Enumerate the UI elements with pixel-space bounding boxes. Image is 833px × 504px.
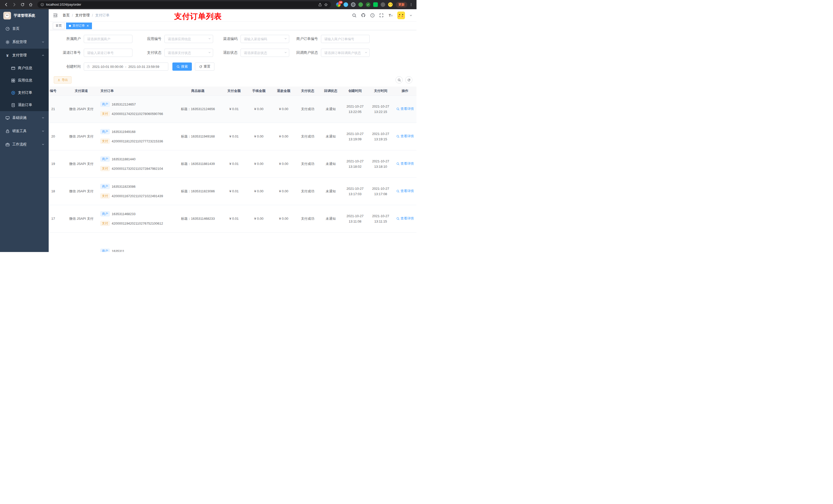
cell-create-time: 2021-10-2713:22:05 — [342, 95, 368, 123]
sidebar-item-dev-tools[interactable]: 研发工具 — [0, 124, 49, 138]
view-detail-link[interactable]: 查看详情 — [396, 161, 414, 166]
magnifier-icon — [396, 135, 400, 138]
date-start[interactable]: 2021-10-01 00:00:00 — [92, 65, 123, 69]
url-text[interactable]: localhost:1024/pay/order — [46, 3, 316, 6]
sidebar-item-payment[interactable]: ¥ 支付管理 — [0, 49, 49, 62]
cell-amount: ¥ 0.01 — [221, 177, 246, 205]
help-icon[interactable]: ? — [370, 13, 375, 18]
merchant-order-no-input[interactable] — [321, 35, 370, 43]
sidebar-item-label: 支付订单 — [18, 90, 32, 95]
cell-id — [49, 232, 65, 252]
cell-id: 21 — [49, 95, 65, 123]
reload-icon[interactable] — [19, 1, 26, 8]
search-button[interactable]: 搜索 — [172, 63, 192, 71]
sidebar-item-refund-order[interactable]: 退款订单 — [0, 99, 49, 111]
merchant-select[interactable] — [84, 35, 133, 43]
breadcrumb-section[interactable]: 支付管理 — [75, 13, 90, 18]
app-id-select[interactable] — [164, 35, 213, 43]
sidebar-item-workflow[interactable]: 工作流程 — [0, 138, 49, 151]
home-icon[interactable] — [27, 1, 34, 8]
export-button[interactable]: 导出 — [54, 76, 71, 83]
search-icon[interactable] — [352, 13, 357, 18]
sidebar-item-system[interactable]: 系统管理 — [0, 35, 49, 49]
pay-status-select[interactable] — [164, 49, 213, 57]
pay-tag: 支付 — [100, 139, 110, 144]
tags-view-bar: 首页 支付订单 — [49, 22, 416, 30]
active-dot — [69, 25, 71, 27]
view-detail-link[interactable]: 查看详情 — [396, 216, 414, 221]
tab-label: 首页 — [55, 24, 62, 28]
date-end[interactable]: 2021-10-31 23:59:59 — [128, 65, 159, 69]
toggle-search-icon[interactable] — [396, 76, 403, 83]
user-avatar[interactable] — [397, 11, 405, 19]
back-icon[interactable] — [3, 1, 10, 8]
extension-icon[interactable]: 10 — [336, 2, 341, 7]
search-icon — [176, 65, 180, 68]
title-value: 1635311468233 — [191, 217, 215, 220]
close-icon[interactable] — [86, 24, 89, 27]
font-size-icon[interactable]: TT — [388, 13, 393, 18]
extension-icon[interactable] — [343, 2, 348, 7]
tab-home[interactable]: 首页 — [53, 23, 65, 29]
extension-icon[interactable] — [388, 2, 393, 7]
extension-icon[interactable] — [373, 2, 378, 7]
table-tools — [396, 76, 412, 83]
download-icon — [57, 78, 61, 81]
col-fee: 手续金额 — [246, 87, 271, 95]
col-pay-time: 支付时间 — [368, 87, 394, 95]
browser-update-button[interactable]: 更新 — [396, 2, 407, 8]
merchant-tag: 商户 — [100, 211, 110, 216]
fullscreen-icon[interactable] — [379, 13, 384, 18]
github-icon[interactable] — [361, 13, 366, 18]
cell-refund: ¥ 0.00 — [271, 123, 296, 150]
reset-button[interactable]: 重置 — [195, 63, 214, 71]
collapse-menu-icon[interactable] — [53, 13, 58, 18]
logo-avatar — [3, 12, 11, 20]
url-bar[interactable]: localhost:1024/pay/order — [38, 1, 331, 8]
sidebar-item-label: 商户信息 — [18, 66, 32, 70]
merchant-order-no: 1635311468233 — [112, 212, 136, 216]
tab-pay-order[interactable]: 支付订单 — [66, 23, 92, 29]
view-detail-link[interactable]: 查看详情 — [396, 134, 414, 139]
col-pay-order: 支付订单 — [97, 87, 174, 95]
sidebar-item-app-info[interactable]: 应用信息 — [0, 74, 49, 87]
channel-code-select[interactable] — [240, 35, 289, 43]
callback-status-select[interactable] — [321, 49, 370, 57]
sidebar-item-label: 系统管理 — [12, 40, 27, 44]
title-value: 1635311823086 — [191, 189, 215, 193]
filter-label: 创建时间 — [54, 64, 84, 69]
filter-row-2: 渠道订单号 支付状态 退款状态 回调商户状态 — [49, 49, 416, 57]
extension-icon[interactable] — [358, 2, 363, 7]
extension-icon[interactable] — [351, 2, 356, 7]
share-icon[interactable] — [318, 3, 322, 7]
merchant-order-no: 1635311881440 — [112, 157, 136, 161]
sidebar-item-label: 退款订单 — [18, 103, 32, 107]
view-detail-link[interactable]: 查看详情 — [396, 189, 414, 193]
refund-status-select[interactable] — [240, 49, 289, 57]
caret-down-icon[interactable] — [409, 14, 412, 17]
cell-amount: ¥ 0.01 — [221, 123, 246, 150]
date-range-picker[interactable]: 2021-10-01 00:00:00 - 2021-10-31 23:59:5… — [84, 63, 168, 71]
table-header-row: 编号 支付渠道 支付订单 商品标题 支付金额 手续金额 退款金额 支付状态 回调… — [49, 87, 416, 95]
extension-icon[interactable]: ✓ — [366, 2, 371, 7]
sidebar-item-infrastructure[interactable]: 基础设施 — [0, 111, 49, 124]
sidebar-item-home[interactable]: 首页 — [0, 22, 49, 35]
app-logo[interactable]: 芋道管理系统 — [0, 9, 49, 22]
browser-menu-icon[interactable] — [408, 3, 414, 6]
forward-icon[interactable] — [11, 1, 18, 8]
site-info-icon[interactable] — [41, 3, 44, 6]
tab-label: 支付订单 — [72, 24, 85, 28]
cell-fee: ¥ 0.00 — [246, 95, 271, 123]
breadcrumb-home[interactable]: 首页 — [63, 13, 70, 18]
refresh-table-icon[interactable] — [405, 76, 412, 83]
channel-order-no-input[interactable] — [84, 49, 133, 57]
svg-text:?: ? — [372, 14, 373, 17]
sidebar-item-merchant-info[interactable]: 商户信息 — [0, 62, 49, 74]
cell-pay-time: 2021-10-2713:19:15 — [368, 123, 394, 150]
cell-fee: ¥ 0.00 — [246, 150, 271, 177]
extension-icon[interactable] — [381, 2, 385, 7]
bookmark-star-icon[interactable] — [324, 3, 328, 7]
view-detail-link[interactable]: 查看详情 — [396, 106, 414, 111]
app-title: 芋道管理系统 — [14, 13, 35, 18]
sidebar-item-pay-order[interactable]: 支付订单 — [0, 87, 49, 99]
